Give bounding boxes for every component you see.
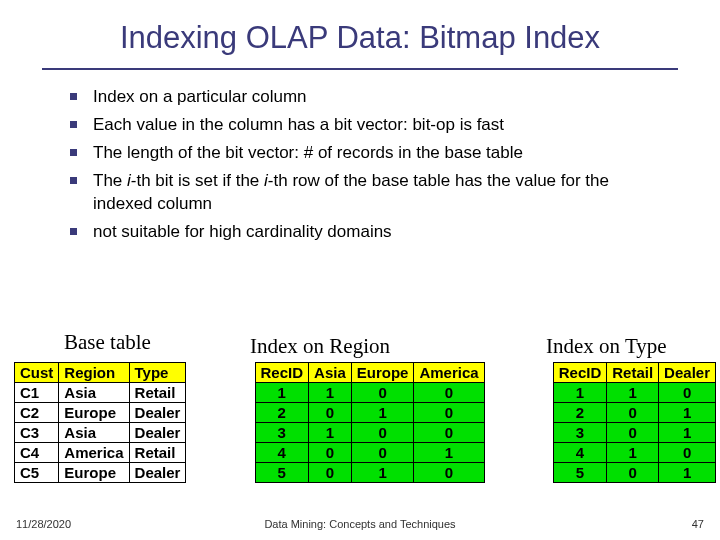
col-dealer: Dealer bbox=[659, 363, 716, 383]
table-row: C1 Asia Retail bbox=[15, 383, 186, 403]
cell: 1 bbox=[351, 403, 414, 423]
type-index-table: RecID Retail Dealer 1 1 0 2 0 1 3 0 1 4 bbox=[553, 362, 716, 483]
label-index-type: Index on Type bbox=[546, 334, 667, 359]
bullet-icon bbox=[70, 121, 77, 128]
cell: 5 bbox=[255, 463, 309, 483]
cell: 0 bbox=[414, 423, 484, 443]
text-frag: -th bit is set if the bbox=[131, 171, 264, 190]
cell: 2 bbox=[553, 403, 607, 423]
col-america: America bbox=[414, 363, 484, 383]
table-row: C5 Europe Dealer bbox=[15, 463, 186, 483]
cell: 0 bbox=[607, 463, 659, 483]
table-row: 3 1 0 0 bbox=[255, 423, 484, 443]
table-row: 2 0 1 0 bbox=[255, 403, 484, 423]
table-row: C3 Asia Dealer bbox=[15, 423, 186, 443]
cell: 2 bbox=[255, 403, 309, 423]
cell: C1 bbox=[15, 383, 59, 403]
tables-row: Cust Region Type C1 Asia Retail C2 Europ… bbox=[14, 362, 716, 483]
col-type: Type bbox=[129, 363, 186, 383]
table-row: 4 0 0 1 bbox=[255, 443, 484, 463]
cell: 0 bbox=[414, 463, 484, 483]
label-base-table: Base table bbox=[64, 330, 151, 355]
text-frag: The bbox=[93, 171, 127, 190]
cell: C2 bbox=[15, 403, 59, 423]
cell: 4 bbox=[553, 443, 607, 463]
table-row: 5 0 1 bbox=[553, 463, 715, 483]
cell: C4 bbox=[15, 443, 59, 463]
table-row: 1 1 0 0 bbox=[255, 383, 484, 403]
cell: 1 bbox=[659, 463, 716, 483]
bullet-item: Index on a particular column bbox=[70, 86, 672, 109]
cell: Dealer bbox=[129, 463, 186, 483]
cell: 3 bbox=[255, 423, 309, 443]
title-rule bbox=[42, 68, 678, 70]
table-header-row: RecID Retail Dealer bbox=[553, 363, 715, 383]
cell: 0 bbox=[659, 383, 716, 403]
cell: 0 bbox=[607, 403, 659, 423]
cell: Asia bbox=[59, 383, 129, 403]
cell: Europe bbox=[59, 463, 129, 483]
slide-title: Indexing OLAP Data: Bitmap Index bbox=[0, 0, 720, 64]
cell: 1 bbox=[607, 443, 659, 463]
cell: 1 bbox=[659, 403, 716, 423]
bullet-icon bbox=[70, 228, 77, 235]
col-cust: Cust bbox=[15, 363, 59, 383]
cell: C3 bbox=[15, 423, 59, 443]
cell: 0 bbox=[351, 423, 414, 443]
cell: 4 bbox=[255, 443, 309, 463]
table-header-row: Cust Region Type bbox=[15, 363, 186, 383]
col-region: Region bbox=[59, 363, 129, 383]
cell: 0 bbox=[351, 443, 414, 463]
bullet-icon bbox=[70, 177, 77, 184]
cell: 1 bbox=[659, 423, 716, 443]
cell: Dealer bbox=[129, 423, 186, 443]
bullet-text: not suitable for high cardinality domain… bbox=[93, 221, 672, 244]
cell: 0 bbox=[351, 383, 414, 403]
col-recid: RecID bbox=[255, 363, 309, 383]
table-header-row: RecID Asia Europe America bbox=[255, 363, 484, 383]
table-row: C2 Europe Dealer bbox=[15, 403, 186, 423]
cell: Retail bbox=[129, 443, 186, 463]
bullet-icon bbox=[70, 93, 77, 100]
label-index-region: Index on Region bbox=[250, 334, 390, 359]
cell: 1 bbox=[414, 443, 484, 463]
table-row: 3 0 1 bbox=[553, 423, 715, 443]
bullet-text: Each value in the column has a bit vecto… bbox=[93, 114, 672, 137]
cell: 1 bbox=[553, 383, 607, 403]
bullet-icon bbox=[70, 149, 77, 156]
cell: America bbox=[59, 443, 129, 463]
cell: 0 bbox=[607, 423, 659, 443]
cell: 1 bbox=[351, 463, 414, 483]
cell: Asia bbox=[59, 423, 129, 443]
cell: 1 bbox=[607, 383, 659, 403]
cell: 1 bbox=[255, 383, 309, 403]
col-recid: RecID bbox=[553, 363, 607, 383]
cell: Retail bbox=[129, 383, 186, 403]
cell: 0 bbox=[309, 463, 352, 483]
cell: 5 bbox=[553, 463, 607, 483]
table-row: 5 0 1 0 bbox=[255, 463, 484, 483]
footer-title: Data Mining: Concepts and Techniques bbox=[0, 518, 720, 530]
table-row: 4 1 0 bbox=[553, 443, 715, 463]
cell: 0 bbox=[309, 403, 352, 423]
col-asia: Asia bbox=[309, 363, 352, 383]
col-europe: Europe bbox=[351, 363, 414, 383]
cell: 0 bbox=[414, 383, 484, 403]
bullet-item: The i-th bit is set if the i-th row of t… bbox=[70, 170, 672, 216]
bullet-text: The i-th bit is set if the i-th row of t… bbox=[93, 170, 672, 216]
table-row: 1 1 0 bbox=[553, 383, 715, 403]
col-retail: Retail bbox=[607, 363, 659, 383]
cell: 1 bbox=[309, 383, 352, 403]
bullet-item: Each value in the column has a bit vecto… bbox=[70, 114, 672, 137]
base-table: Cust Region Type C1 Asia Retail C2 Europ… bbox=[14, 362, 186, 483]
cell: 1 bbox=[309, 423, 352, 443]
cell: Europe bbox=[59, 403, 129, 423]
bullet-text: The length of the bit vector: # of recor… bbox=[93, 142, 672, 165]
cell: Dealer bbox=[129, 403, 186, 423]
bullet-list: Index on a particular column Each value … bbox=[70, 86, 672, 244]
table-row: C4 America Retail bbox=[15, 443, 186, 463]
bullet-text: Index on a particular column bbox=[93, 86, 672, 109]
cell: 0 bbox=[414, 403, 484, 423]
footer-page: 47 bbox=[692, 518, 704, 530]
bullet-item: not suitable for high cardinality domain… bbox=[70, 221, 672, 244]
